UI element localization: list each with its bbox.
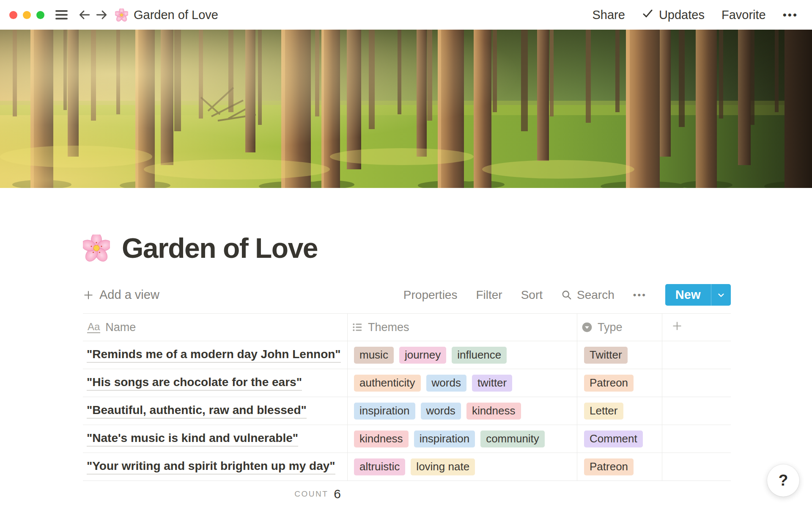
database-table: Aa Name Themes Type "Reminds m [83,313,731,507]
check-icon [642,8,653,22]
breadcrumb[interactable]: Garden of Love [115,8,218,22]
tag: kindness [466,403,521,420]
column-themes-label: Themes [368,321,409,334]
multiselect-property-icon [352,322,363,333]
themes-cell[interactable]: authenticitywordstwitter [348,369,577,397]
page-emoji-cherry-blossom [83,235,110,262]
search-icon [561,290,572,301]
help-button[interactable]: ? [767,464,799,497]
column-header-themes[interactable]: Themes [348,314,577,341]
tag: Letter [584,403,623,420]
row-title[interactable]: "Nate's music is kind and vulnerable" [87,431,298,447]
tag: journey [399,347,446,364]
tag: authenticity [354,375,421,392]
plus-icon [83,290,94,301]
breadcrumb-title: Garden of Love [134,8,218,22]
window-titlebar: Garden of Love Share Updates Favorite ••… [0,0,812,30]
sidebar-menu-icon[interactable] [55,10,68,19]
tag: inspiration [354,403,415,420]
themes-cell[interactable]: altruisticloving nate [348,453,577,480]
tag: loving nate [411,458,475,475]
sort-button[interactable]: Sort [521,288,543,302]
toolbar-more-icon[interactable]: ••• [633,290,647,301]
page-header: Garden of Love [83,232,318,264]
add-column-button[interactable] [662,314,731,341]
filter-button[interactable]: Filter [476,288,502,302]
count-label: COUNT [294,489,328,499]
tag: words [426,375,466,392]
tag: influence [452,347,507,364]
name-cell[interactable]: "Your writing and spirit brighten up my … [83,453,348,480]
type-cell[interactable]: Patreon [577,453,662,480]
tag: kindness [354,431,409,447]
more-options-icon[interactable]: ••• [783,8,798,22]
text-property-icon: Aa [87,321,100,333]
type-cell[interactable]: Twitter [577,341,662,369]
table-row: "Reminds me of a modern day John Lennon"… [83,341,731,369]
tag: inspiration [414,431,475,447]
page-cover-image [0,30,812,188]
help-label: ? [779,472,788,489]
tag: Patreon [584,375,634,392]
tag: altruistic [354,458,405,475]
column-header-type[interactable]: Type [577,314,662,341]
favorite-button[interactable]: Favorite [721,8,766,22]
type-cell[interactable]: Comment [577,425,662,453]
tag: Comment [584,431,643,447]
row-title[interactable]: "His songs are chocolate for the ears" [87,375,302,391]
share-button[interactable]: Share [593,8,625,22]
add-view-button[interactable]: Add a view [83,288,159,302]
table-row: "Your writing and spirit brighten up my … [83,453,731,481]
count-value: 6 [334,487,341,501]
updates-button[interactable]: Updates [642,8,705,22]
zoom-button[interactable] [36,11,44,19]
search-button[interactable]: Search [561,288,614,302]
row-title[interactable]: "Reminds me of a modern day John Lennon" [87,348,341,363]
empty-cell [662,425,731,453]
themes-cell[interactable]: musicjourneyinfluence [348,341,577,369]
row-title[interactable]: "Your writing and spirit brighten up my … [87,459,335,475]
name-cell[interactable]: "Nate's music is kind and vulnerable" [83,425,348,453]
forward-button[interactable] [95,8,108,22]
back-button[interactable] [78,8,91,22]
tag: Twitter [584,347,628,364]
table-body: "Reminds me of a modern day John Lennon"… [83,341,731,481]
forest-illustration [0,30,812,188]
properties-button[interactable]: Properties [403,288,458,302]
name-cell[interactable]: "His songs are chocolate for the ears" [83,369,348,397]
database-toolbar: Add a view Properties Filter Sort Search… [83,284,731,306]
row-title[interactable]: "Beautiful, authentic, raw and blessed" [87,403,307,419]
themes-cell[interactable]: inspirationwordskindness [348,397,577,425]
themes-cell[interactable]: kindnessinspirationcommunity [348,425,577,453]
column-header-name[interactable]: Aa Name [83,314,348,341]
chevron-down-icon [716,290,726,300]
count-calculation[interactable]: COUNT 6 [83,481,348,507]
tag: words [421,403,461,420]
tag: community [480,431,545,447]
name-cell[interactable]: "Beautiful, authentic, raw and blessed" [83,397,348,425]
type-cell[interactable]: Letter [577,397,662,425]
page-title: Garden of Love [122,232,318,264]
new-button[interactable]: New [665,284,731,306]
table-row: "Beautiful, authentic, raw and blessed"i… [83,397,731,425]
name-cell[interactable]: "Reminds me of a modern day John Lennon" [83,341,348,369]
table-footer: COUNT 6 [83,481,731,507]
table-row: "His songs are chocolate for the ears"au… [83,369,731,397]
column-name-label: Name [105,321,136,334]
search-label: Search [577,288,614,302]
column-type-label: Type [598,321,623,334]
empty-cell [662,397,731,425]
new-dropdown-button[interactable] [711,284,731,306]
minimize-button[interactable] [23,11,31,19]
updates-label: Updates [659,8,705,22]
empty-cell [662,453,731,480]
type-cell[interactable]: Patreon [577,369,662,397]
table-header-row: Aa Name Themes Type [83,313,731,341]
tag: Patreon [584,458,634,475]
window-controls [9,11,44,19]
table-row: "Nate's music is kind and vulnerable"kin… [83,425,731,453]
plus-icon [672,320,683,334]
empty-cell [662,341,731,369]
close-button[interactable] [9,11,17,19]
new-button-label[interactable]: New [665,284,711,306]
